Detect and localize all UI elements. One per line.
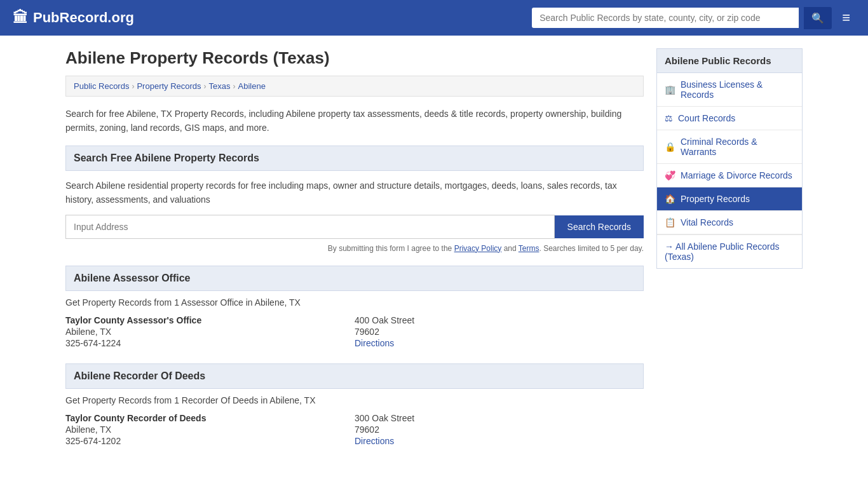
recorder-section-desc: Get Property Records from 1 Recorder Of … bbox=[65, 395, 644, 405]
sidebar-item-vital[interactable]: 📋 Vital Records bbox=[657, 211, 802, 234]
page-description: Search for free Abilene, TX Property Rec… bbox=[65, 107, 644, 135]
site-header: 🏛 PubRecord.org 🔍 ≡ bbox=[0, 0, 868, 36]
search-icon: 🔍 bbox=[811, 13, 824, 24]
recorder-office-entry: Taylor County Recorder of Deeds Abilene,… bbox=[65, 413, 644, 446]
breadcrumb-public-records[interactable]: Public Records bbox=[74, 81, 129, 91]
breadcrumb-sep-3: › bbox=[233, 82, 236, 91]
sidebar-vital-label: Vital Records bbox=[681, 217, 733, 227]
assessor-section-header: Abilene Assessor Office bbox=[65, 266, 644, 291]
recorder-office-city: Abilene, TX bbox=[65, 424, 355, 435]
business-icon: 🏢 bbox=[665, 85, 675, 95]
property-icon: 🏠 bbox=[665, 194, 675, 204]
assessor-office-zip: 79602 bbox=[355, 327, 644, 337]
sidebar: Abilene Public Records 🏢 Business Licens… bbox=[656, 48, 803, 461]
sidebar-business-label: Business Licenses & Records bbox=[681, 79, 794, 100]
criminal-icon: 🔒 bbox=[665, 142, 675, 152]
recorder-office-phone: 325-674-1202 bbox=[65, 436, 355, 446]
sidebar-property-label: Property Records bbox=[681, 194, 750, 204]
content-area: Abilene Property Records (Texas) Public … bbox=[65, 48, 644, 461]
sidebar-title: Abilene Public Records bbox=[656, 48, 803, 73]
assessor-section: Abilene Assessor Office Get Property Rec… bbox=[65, 266, 644, 348]
global-search-input[interactable] bbox=[532, 8, 799, 28]
recorder-office-directions: Directions bbox=[355, 436, 644, 446]
assessor-office-right: 400 Oak Street 79602 Directions bbox=[355, 315, 644, 348]
assessor-office-directions: Directions bbox=[355, 338, 644, 348]
privacy-policy-link[interactable]: Privacy Policy bbox=[454, 244, 502, 253]
assessor-office-name: Taylor County Assessor's Office bbox=[65, 315, 355, 325]
assessor-office-phone: 325-674-1224 bbox=[65, 338, 355, 348]
sidebar-marriage-label: Marriage & Divorce Records bbox=[681, 170, 792, 180]
privacy-prefix: By submitting this form I agree to the bbox=[328, 244, 454, 253]
sidebar-item-criminal[interactable]: 🔒 Criminal Records & Warrants bbox=[657, 130, 802, 164]
recorder-section: Abilene Recorder Of Deeds Get Property R… bbox=[65, 363, 644, 446]
assessor-office-left: Taylor County Assessor's Office Abilene,… bbox=[65, 315, 355, 348]
address-search-form: Search Records bbox=[65, 215, 644, 239]
court-icon: ⚖ bbox=[665, 113, 673, 123]
terms-link[interactable]: Terms bbox=[519, 244, 539, 253]
logo-icon: 🏛 bbox=[13, 9, 28, 27]
search-records-button[interactable]: Search Records bbox=[555, 215, 644, 238]
and-text: and bbox=[501, 244, 518, 253]
main-container: Abilene Property Records (Texas) Public … bbox=[53, 36, 815, 474]
page-title: Abilene Property Records (Texas) bbox=[65, 48, 644, 68]
sidebar-item-court[interactable]: ⚖ Court Records bbox=[657, 107, 802, 130]
assessor-section-desc: Get Property Records from 1 Assessor Off… bbox=[65, 297, 644, 308]
recorder-directions-link[interactable]: Directions bbox=[355, 436, 394, 446]
address-input[interactable] bbox=[65, 215, 555, 239]
menu-button[interactable]: ≡ bbox=[837, 7, 855, 29]
vital-icon: 📋 bbox=[665, 217, 675, 227]
search-section-header: Search Free Abilene Property Records bbox=[65, 146, 644, 171]
recorder-office-name: Taylor County Recorder of Deeds bbox=[65, 413, 355, 423]
hamburger-icon: ≡ bbox=[842, 10, 850, 25]
search-description: Search Abilene residential property reco… bbox=[65, 179, 644, 207]
breadcrumb-abilene[interactable]: Abilene bbox=[238, 81, 266, 91]
breadcrumb-property-records[interactable]: Property Records bbox=[137, 81, 201, 91]
breadcrumb: Public Records › Property Records › Texa… bbox=[65, 76, 644, 97]
sidebar-criminal-label: Criminal Records & Warrants bbox=[681, 137, 794, 157]
assessor-office-address: 400 Oak Street bbox=[355, 315, 644, 325]
sidebar-item-marriage[interactable]: 💞 Marriage & Divorce Records bbox=[657, 164, 802, 187]
header-search-area: 🔍 ≡ bbox=[532, 7, 855, 29]
marriage-icon: 💞 bbox=[665, 170, 675, 180]
sidebar-item-property[interactable]: 🏠 Property Records bbox=[657, 187, 802, 211]
breadcrumb-texas[interactable]: Texas bbox=[209, 81, 231, 91]
global-search-button[interactable]: 🔍 bbox=[804, 7, 832, 29]
recorder-office-address: 300 Oak Street bbox=[355, 413, 644, 423]
assessor-office-entry: Taylor County Assessor's Office Abilene,… bbox=[65, 315, 644, 348]
sidebar-nav: 🏢 Business Licenses & Records ⚖ Court Re… bbox=[656, 73, 803, 269]
privacy-note: By submitting this form I agree to the P… bbox=[65, 244, 644, 253]
sidebar-item-business[interactable]: 🏢 Business Licenses & Records bbox=[657, 73, 802, 107]
breadcrumb-sep-1: › bbox=[132, 82, 134, 91]
assessor-office-city: Abilene, TX bbox=[65, 327, 355, 337]
recorder-office-left: Taylor County Recorder of Deeds Abilene,… bbox=[65, 413, 355, 446]
recorder-section-header: Abilene Recorder Of Deeds bbox=[65, 363, 644, 389]
recorder-office-zip: 79602 bbox=[355, 424, 644, 435]
search-section: Search Free Abilene Property Records Sea… bbox=[65, 146, 644, 253]
assessor-directions-link[interactable]: Directions bbox=[355, 338, 394, 348]
site-logo[interactable]: 🏛 PubRecord.org bbox=[13, 9, 134, 27]
limit-text: . Searches limited to 5 per day. bbox=[539, 244, 644, 253]
recorder-office-right: 300 Oak Street 79602 Directions bbox=[355, 413, 644, 446]
sidebar-all-records-link[interactable]: → All Abilene Public Records (Texas) bbox=[657, 234, 802, 268]
sidebar-court-label: Court Records bbox=[678, 113, 735, 123]
breadcrumb-sep-2: › bbox=[204, 82, 207, 91]
logo-text: PubRecord.org bbox=[33, 10, 134, 26]
